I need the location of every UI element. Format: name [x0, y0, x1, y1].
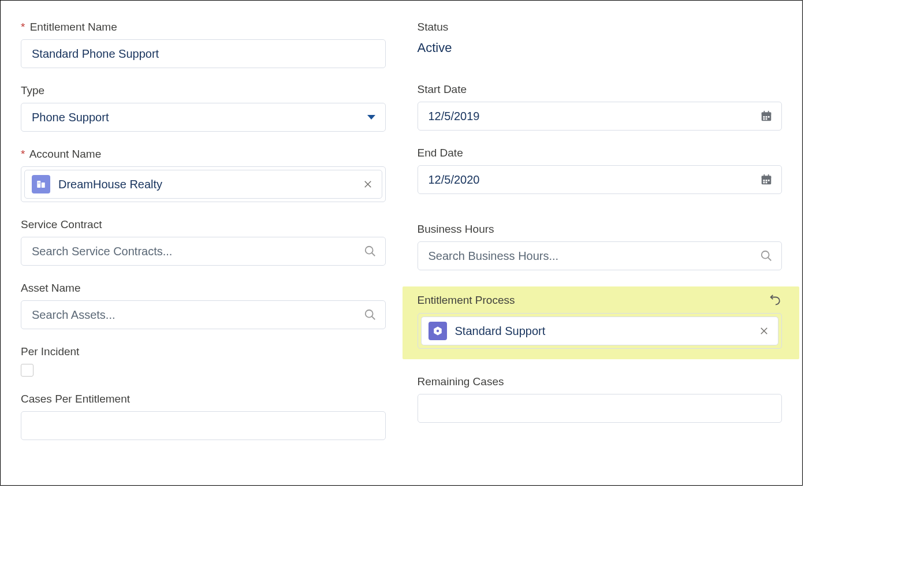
remaining-cases-input[interactable]	[418, 394, 783, 423]
entitlement-process-lookup-wrap: Standard Support	[418, 313, 783, 349]
cases-per-entitlement-group: Cases Per Entitlement	[21, 393, 386, 440]
business-hours-input[interactable]	[418, 241, 783, 270]
entitlement-process-pill[interactable]: Standard Support	[421, 316, 779, 345]
account-lookup-value: DreamHouse Realty	[58, 178, 361, 191]
right-column: Status Active Start Date End Date Busin	[418, 21, 783, 456]
svg-point-32	[436, 330, 439, 333]
required-star: *	[21, 21, 25, 33]
start-date-group: Start Date	[418, 83, 783, 131]
account-icon	[32, 175, 50, 193]
entitlement-process-icon	[429, 322, 447, 340]
entitlement-process-value: Standard Support	[455, 325, 758, 338]
per-incident-checkbox[interactable]	[21, 364, 33, 377]
entitlement-name-label: * Entitlement Name	[21, 21, 386, 33]
account-lookup-wrap: DreamHouse Realty	[21, 166, 386, 202]
svg-rect-1	[42, 183, 45, 188]
end-date-label: End Date	[418, 147, 783, 159]
service-contract-group: Service Contract	[21, 218, 386, 266]
asset-name-group: Asset Name	[21, 282, 386, 329]
required-star: *	[21, 148, 25, 160]
end-date-group: End Date	[418, 147, 783, 194]
svg-rect-0	[37, 181, 40, 188]
account-name-label: * Account Name	[21, 148, 386, 161]
account-lookup-pill[interactable]: DreamHouse Realty	[24, 170, 382, 199]
service-contract-input[interactable]	[21, 237, 386, 266]
cases-per-entitlement-input[interactable]	[21, 411, 386, 440]
asset-name-label: Asset Name	[21, 282, 386, 295]
type-select-wrap: Phone Support	[21, 103, 386, 132]
type-select[interactable]: Phone Support	[21, 103, 386, 132]
svg-rect-5	[39, 184, 40, 184]
asset-name-input[interactable]	[21, 300, 386, 329]
end-date-input[interactable]	[418, 165, 783, 194]
undo-button[interactable]	[768, 293, 782, 307]
entitlement-name-input[interactable]	[21, 39, 386, 68]
service-contract-search-wrap	[21, 237, 386, 266]
entitlement-name-group: * Entitlement Name	[21, 21, 386, 68]
remaining-cases-label: Remaining Cases	[418, 375, 783, 388]
type-value: Phone Support	[32, 111, 109, 124]
type-group: Type Phone Support	[21, 84, 386, 132]
business-hours-group: Business Hours	[418, 223, 783, 270]
remaining-cases-group: Remaining Cases	[418, 375, 783, 423]
per-incident-label: Per Incident	[21, 345, 386, 358]
entitlement-edit-form: * Entitlement Name Type Phone Support * …	[0, 0, 803, 486]
account-name-group: * Account Name DreamHouse Realty	[21, 148, 386, 202]
per-incident-group: Per Incident	[21, 345, 386, 377]
service-contract-label: Service Contract	[21, 218, 386, 231]
start-date-input[interactable]	[418, 102, 783, 131]
svg-rect-3	[39, 182, 40, 183]
svg-rect-2	[38, 182, 39, 183]
clear-entitlement-process-button[interactable]	[757, 324, 771, 338]
status-label: Status	[418, 21, 783, 33]
business-hours-label: Business Hours	[418, 223, 783, 236]
asset-name-search-wrap	[21, 300, 386, 329]
clear-account-button[interactable]	[361, 177, 375, 191]
type-label: Type	[21, 84, 386, 97]
start-date-wrap	[418, 102, 783, 131]
start-date-label: Start Date	[418, 83, 783, 96]
business-hours-search-wrap	[418, 241, 783, 270]
end-date-wrap	[418, 165, 783, 194]
left-column: * Entitlement Name Type Phone Support * …	[21, 21, 386, 456]
svg-rect-4	[38, 184, 39, 184]
status-value: Active	[418, 39, 783, 55]
entitlement-process-group: Entitlement Process Standard Support	[403, 286, 800, 359]
entitlement-process-label: Entitlement Process	[418, 294, 515, 307]
status-group: Status Active	[418, 21, 783, 55]
entitlement-process-label-row: Entitlement Process	[418, 293, 783, 307]
cases-per-entitlement-label: Cases Per Entitlement	[21, 393, 386, 405]
